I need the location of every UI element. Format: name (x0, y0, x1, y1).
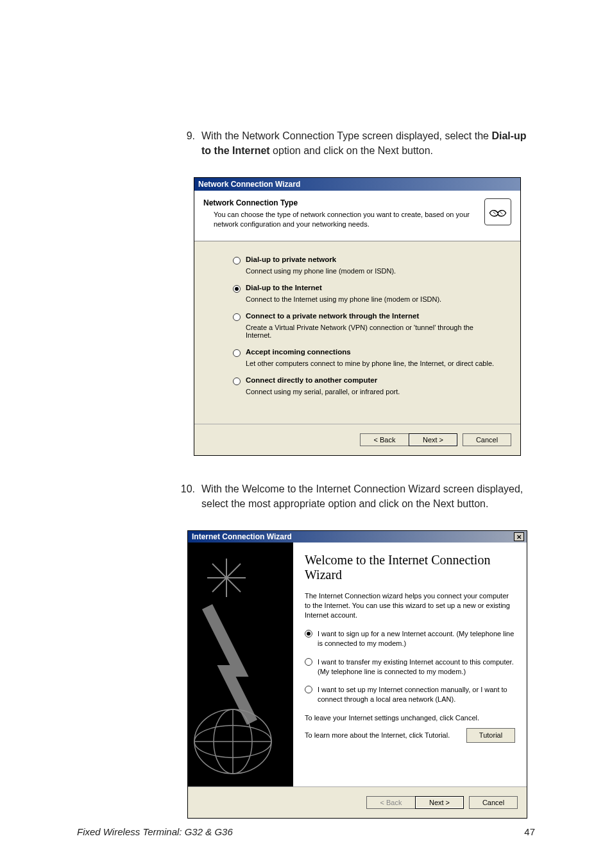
radio-option-dialup-internet[interactable]: Dial-up to the Internet (233, 284, 501, 293)
option-desc: Connect using my serial, parallel, or in… (246, 388, 501, 395)
network-connection-wizard: Network Connection Wizard Network Connec… (194, 177, 521, 456)
internet-connection-wizard: Internet Connection Wizard ✕ (187, 530, 527, 819)
radio-option-transfer[interactable]: I want to transfer my existing Internet … (305, 657, 515, 677)
wizard-header: Network Connection Type You can choose t… (194, 191, 520, 241)
handshake-icon (484, 198, 511, 225)
option-text: I want to sign up for a new Internet acc… (318, 629, 515, 648)
radio-icon[interactable] (233, 257, 241, 265)
wizard-header-title: Network Connection Type (203, 198, 472, 207)
wizard-title-text: Internet Connection Wizard (192, 532, 292, 541)
cancel-note: To leave your Internet settings unchange… (305, 713, 515, 723)
radio-icon[interactable] (305, 686, 312, 693)
next-button[interactable]: Next > (409, 433, 457, 446)
option-desc: Connect using my phone line (modem or IS… (246, 267, 501, 275)
wizard-titlebar: Network Connection Wizard (194, 178, 520, 191)
radio-icon[interactable] (233, 378, 241, 385)
back-button[interactable]: < Back (360, 433, 409, 446)
option-desc: Create a Virtual Private Network (VPN) c… (246, 324, 501, 339)
radio-option-vpn[interactable]: Connect to a private network through the… (233, 312, 501, 321)
wizard-content: Welcome to the Internet Connection Wizar… (293, 542, 527, 786)
radio-option-signup[interactable]: I want to sign up for a new Internet acc… (305, 629, 515, 648)
radio-icon[interactable] (233, 313, 241, 321)
tutorial-note: To learn more about the Internet, click … (305, 731, 450, 740)
step-10: 10. With the Welcome to the Internet Con… (180, 482, 535, 511)
wizard-header-subtitle: You can choose the type of network conne… (203, 210, 472, 229)
option-text: I want to set up my Internet connection … (318, 685, 515, 704)
footer-text: Fixed Wireless Terminal: G32 & G36 (77, 826, 233, 837)
radio-option-dialup-private[interactable]: Dial-up to private network (233, 256, 501, 265)
wizard-side-graphic (188, 542, 293, 786)
next-button[interactable]: Next > (415, 796, 464, 809)
tutorial-button[interactable]: Tutorial (466, 728, 515, 743)
page-number: 47 (524, 826, 535, 837)
radio-icon[interactable] (305, 630, 312, 638)
wizard-titlebar: Internet Connection Wizard ✕ (188, 531, 527, 542)
wizard-body: Dial-up to private network Connect using… (194, 241, 520, 424)
radio-option-direct[interactable]: Connect directly to another computer (233, 376, 501, 385)
option-text: I want to transfer my existing Internet … (318, 657, 515, 677)
radio-option-manual[interactable]: I want to set up my Internet connection … (305, 685, 515, 704)
step-9: 9. With the Network Connection Type scre… (180, 128, 535, 158)
step-text: With the Network Connection Type screen … (201, 128, 535, 158)
close-icon[interactable]: ✕ (514, 532, 524, 541)
radio-icon[interactable] (233, 285, 241, 293)
wizard-heading: Welcome to the Internet Connection Wizar… (305, 553, 515, 582)
radio-icon[interactable] (305, 658, 312, 666)
step-text: With the Welcome to the Internet Connect… (201, 482, 535, 511)
radio-option-incoming[interactable]: Accept incoming connections (233, 348, 501, 357)
back-button: < Back (366, 796, 415, 809)
option-desc: Let other computers connect to mine by p… (246, 360, 501, 367)
page-footer: Fixed Wireless Terminal: G32 & G36 47 (77, 826, 535, 837)
wizard-footer: < Back Next > Cancel (188, 786, 527, 818)
wizard-intro: The Internet Connection wizard helps you… (305, 591, 515, 620)
step-number: 10. (180, 482, 201, 511)
radio-icon[interactable] (233, 349, 241, 357)
wizard-footer: < Back Next > Cancel (194, 424, 520, 455)
cancel-button[interactable]: Cancel (469, 796, 518, 809)
cancel-button[interactable]: Cancel (463, 433, 511, 446)
step-number: 9. (180, 128, 201, 158)
option-desc: Connect to the Internet using my phone l… (246, 295, 501, 303)
